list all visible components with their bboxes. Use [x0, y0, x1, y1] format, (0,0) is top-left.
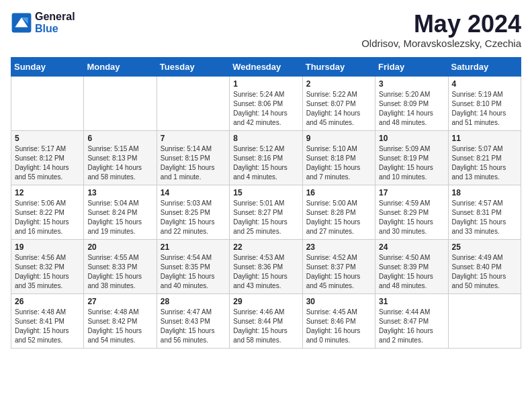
weekday-header: Monday [84, 57, 157, 76]
calendar-cell: 2Sunrise: 5:22 AM Sunset: 8:07 PM Daylig… [302, 76, 375, 130]
logo-blue: Blue [35, 23, 75, 35]
day-info: Sunrise: 4:54 AM Sunset: 8:35 PM Dayligh… [161, 253, 226, 291]
calendar-cell: 20Sunrise: 4:55 AM Sunset: 8:33 PM Dayli… [84, 239, 157, 293]
calendar-cell: 27Sunrise: 4:48 AM Sunset: 8:42 PM Dayli… [84, 293, 157, 348]
month-year: May 2024 [361, 11, 521, 38]
day-info: Sunrise: 5:24 AM Sunset: 8:06 PM Dayligh… [233, 90, 298, 128]
day-number: 22 [233, 242, 298, 252]
day-info: Sunrise: 5:10 AM Sunset: 8:18 PM Dayligh… [306, 144, 371, 182]
day-info: Sunrise: 5:07 AM Sunset: 8:21 PM Dayligh… [452, 144, 517, 182]
day-number: 31 [379, 297, 444, 306]
day-number: 11 [452, 134, 517, 143]
day-info: Sunrise: 5:06 AM Sunset: 8:22 PM Dayligh… [15, 199, 80, 236]
calendar-cell: 15Sunrise: 5:01 AM Sunset: 8:27 PM Dayli… [230, 185, 302, 239]
day-number: 20 [87, 242, 152, 252]
day-number: 13 [87, 188, 152, 197]
day-info: Sunrise: 5:22 AM Sunset: 8:07 PM Dayligh… [306, 90, 371, 128]
day-info: Sunrise: 4:45 AM Sunset: 8:46 PM Dayligh… [306, 308, 371, 345]
day-number: 30 [306, 297, 371, 306]
day-number: 9 [306, 134, 371, 143]
weekday-header: Sunday [11, 57, 84, 76]
calendar-cell: 25Sunrise: 4:49 AM Sunset: 8:40 PM Dayli… [448, 239, 521, 293]
day-info: Sunrise: 4:50 AM Sunset: 8:39 PM Dayligh… [379, 253, 444, 291]
calendar-cell: 17Sunrise: 4:59 AM Sunset: 8:29 PM Dayli… [375, 185, 448, 239]
day-number: 18 [452, 188, 517, 197]
day-info: Sunrise: 4:48 AM Sunset: 8:42 PM Dayligh… [87, 308, 152, 345]
day-number: 21 [161, 242, 226, 252]
day-number: 12 [15, 188, 80, 197]
calendar-week-row: 26Sunrise: 4:48 AM Sunset: 8:41 PM Dayli… [11, 293, 521, 348]
calendar-table: SundayMondayTuesdayWednesdayThursdayFrid… [11, 57, 521, 349]
day-number: 7 [161, 134, 226, 143]
location: Oldrisov, Moravskoslezsky, Czechia [361, 38, 521, 49]
day-info: Sunrise: 4:47 AM Sunset: 8:43 PM Dayligh… [161, 308, 226, 345]
calendar-cell: 29Sunrise: 4:46 AM Sunset: 8:44 PM Dayli… [230, 293, 302, 348]
weekday-header: Friday [375, 57, 448, 76]
day-info: Sunrise: 4:56 AM Sunset: 8:32 PM Dayligh… [15, 253, 80, 291]
calendar-week-row: 1Sunrise: 5:24 AM Sunset: 8:06 PM Daylig… [11, 76, 521, 130]
day-number: 17 [379, 188, 444, 197]
day-info: Sunrise: 5:00 AM Sunset: 8:28 PM Dayligh… [306, 199, 371, 236]
day-info: Sunrise: 5:12 AM Sunset: 8:16 PM Dayligh… [233, 144, 298, 182]
day-info: Sunrise: 5:04 AM Sunset: 8:24 PM Dayligh… [87, 199, 152, 236]
day-number: 28 [161, 297, 226, 306]
day-number: 1 [233, 79, 298, 89]
calendar-cell: 12Sunrise: 5:06 AM Sunset: 8:22 PM Dayli… [11, 185, 84, 239]
day-number: 26 [15, 297, 80, 306]
calendar-cell: 26Sunrise: 4:48 AM Sunset: 8:41 PM Dayli… [11, 293, 84, 348]
day-number: 29 [233, 297, 298, 306]
day-info: Sunrise: 4:59 AM Sunset: 8:29 PM Dayligh… [379, 199, 444, 236]
calendar-cell: 5Sunrise: 5:17 AM Sunset: 8:12 PM Daylig… [11, 130, 84, 185]
calendar-cell: 22Sunrise: 4:53 AM Sunset: 8:36 PM Dayli… [230, 239, 302, 293]
weekday-header: Wednesday [230, 57, 302, 76]
day-number: 25 [452, 242, 517, 252]
calendar-cell: 30Sunrise: 4:45 AM Sunset: 8:46 PM Dayli… [302, 293, 375, 348]
calendar-cell: 18Sunrise: 4:57 AM Sunset: 8:31 PM Dayli… [448, 185, 521, 239]
day-info: Sunrise: 4:53 AM Sunset: 8:36 PM Dayligh… [233, 253, 298, 291]
calendar-cell [11, 76, 84, 130]
day-number: 4 [452, 79, 517, 89]
day-number: 15 [233, 188, 298, 197]
calendar-header: SundayMondayTuesdayWednesdayThursdayFrid… [11, 57, 521, 76]
day-info: Sunrise: 4:49 AM Sunset: 8:40 PM Dayligh… [452, 253, 517, 291]
calendar-cell: 4Sunrise: 5:19 AM Sunset: 8:10 PM Daylig… [448, 76, 521, 130]
calendar-cell: 3Sunrise: 5:20 AM Sunset: 8:09 PM Daylig… [375, 76, 448, 130]
logo-text: General Blue [35, 11, 75, 34]
weekday-header: Thursday [302, 57, 375, 76]
day-number: 14 [161, 188, 226, 197]
day-number: 19 [15, 242, 80, 252]
calendar-cell: 14Sunrise: 5:03 AM Sunset: 8:25 PM Dayli… [157, 185, 229, 239]
weekday-row: SundayMondayTuesdayWednesdayThursdayFrid… [11, 57, 521, 76]
calendar-cell: 13Sunrise: 5:04 AM Sunset: 8:24 PM Dayli… [84, 185, 157, 239]
calendar-cell: 8Sunrise: 5:12 AM Sunset: 8:16 PM Daylig… [230, 130, 302, 185]
calendar-cell: 16Sunrise: 5:00 AM Sunset: 8:28 PM Dayli… [302, 185, 375, 239]
calendar-cell: 7Sunrise: 5:14 AM Sunset: 8:15 PM Daylig… [157, 130, 229, 185]
calendar-cell: 1Sunrise: 5:24 AM Sunset: 8:06 PM Daylig… [230, 76, 302, 130]
day-number: 6 [87, 134, 152, 143]
calendar-cell [448, 293, 521, 348]
calendar-cell: 23Sunrise: 4:52 AM Sunset: 8:37 PM Dayli… [302, 239, 375, 293]
calendar-cell: 19Sunrise: 4:56 AM Sunset: 8:32 PM Dayli… [11, 239, 84, 293]
logo-general: General [35, 11, 75, 23]
calendar-week-row: 5Sunrise: 5:17 AM Sunset: 8:12 PM Daylig… [11, 130, 521, 185]
day-number: 3 [379, 79, 444, 89]
day-info: Sunrise: 5:17 AM Sunset: 8:12 PM Dayligh… [15, 144, 80, 182]
title-block: May 2024 Oldrisov, Moravskoslezsky, Czec… [361, 11, 521, 49]
weekday-header: Tuesday [157, 57, 229, 76]
logo-icon [11, 12, 32, 34]
day-number: 24 [379, 242, 444, 252]
calendar-cell: 24Sunrise: 4:50 AM Sunset: 8:39 PM Dayli… [375, 239, 448, 293]
day-info: Sunrise: 4:55 AM Sunset: 8:33 PM Dayligh… [87, 253, 152, 291]
day-info: Sunrise: 5:15 AM Sunset: 8:13 PM Dayligh… [87, 144, 152, 182]
day-number: 8 [233, 134, 298, 143]
calendar-cell: 21Sunrise: 4:54 AM Sunset: 8:35 PM Dayli… [157, 239, 229, 293]
calendar-body: 1Sunrise: 5:24 AM Sunset: 8:06 PM Daylig… [11, 76, 521, 348]
calendar-week-row: 12Sunrise: 5:06 AM Sunset: 8:22 PM Dayli… [11, 185, 521, 239]
calendar-cell [84, 76, 157, 130]
calendar-week-row: 19Sunrise: 4:56 AM Sunset: 8:32 PM Dayli… [11, 239, 521, 293]
day-number: 27 [87, 297, 152, 306]
page-header: General Blue May 2024 Oldrisov, Moravsko… [11, 11, 521, 49]
day-number: 10 [379, 134, 444, 143]
day-info: Sunrise: 5:20 AM Sunset: 8:09 PM Dayligh… [379, 90, 444, 128]
day-info: Sunrise: 4:57 AM Sunset: 8:31 PM Dayligh… [452, 199, 517, 236]
